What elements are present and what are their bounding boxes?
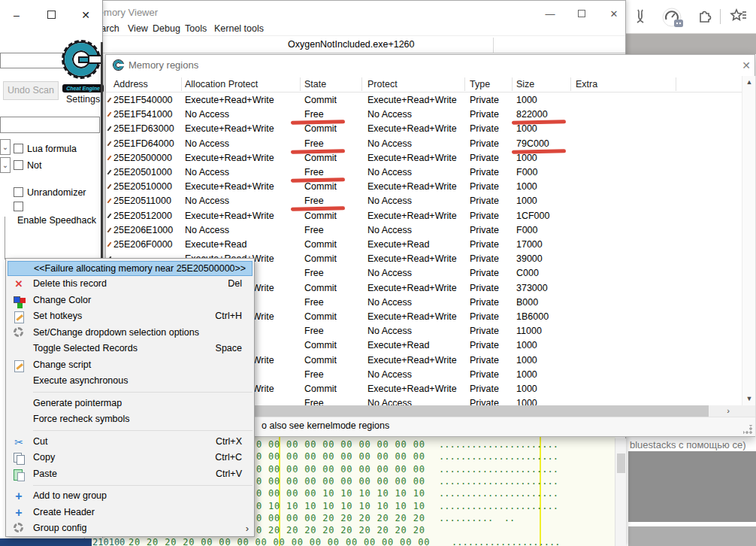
- menu-debug[interactable]: Debug: [153, 23, 180, 34]
- menu-item-generate-pointermap[interactable]: Generate pointermap: [6, 396, 254, 412]
- menu-tools[interactable]: Tools: [185, 23, 207, 34]
- menu-item-add-to-new-group[interactable]: +Add to new group: [6, 488, 254, 505]
- ribbon-icon[interactable]: [631, 8, 649, 26]
- menu-kernel-tools[interactable]: Kernel tools: [214, 23, 264, 34]
- menu-item-execute-asynchronous[interactable]: Execute asynchronous: [6, 373, 254, 390]
- checkbox-unrandomizer[interactable]: Unrandomizer: [14, 185, 86, 196]
- maximize-button[interactable]: [573, 7, 590, 22]
- cell-alloc: No Access: [185, 196, 229, 206]
- cell-state: Commit: [304, 311, 337, 322]
- table-row[interactable]: 25E1F540000Execute+Read+WriteCommitExecu…: [106, 94, 742, 108]
- table-row[interactable]: 25E20511000No AccessFreeNo AccessPrivate…: [106, 195, 742, 209]
- cell-type: Private: [470, 384, 499, 394]
- red-annotation-mark: [291, 149, 345, 154]
- menu-item-set-change-dropdown-selection-options[interactable]: Set/Change dropdown selection options: [6, 325, 254, 341]
- column-header-allocation-protect[interactable]: Allocation Protect: [185, 79, 258, 89]
- hex-row[interactable]: 21010020 20 20 20 00 00 00 00 00 00 00 0…: [86, 537, 615, 546]
- table-row[interactable]: 25E1F541000No AccessFreeNo AccessPrivate…: [106, 108, 742, 123]
- scroll-right-icon[interactable]: ›: [722, 405, 734, 417]
- kernelmode-checkbox-label[interactable]: o also see kernelmode regions: [262, 420, 389, 431]
- close-button[interactable]: ✕: [77, 8, 95, 23]
- table-row[interactable]: 25E1FD63000Execute+Read+WriteCommitExecu…: [106, 123, 742, 137]
- cell-address: 25E1F540000: [113, 95, 173, 105]
- column-header-protect[interactable]: Protect: [367, 79, 398, 89]
- table-row[interactable]: 25E206E1000No AccessFreeNo AccessPrivate…: [106, 224, 742, 238]
- table-row[interactable]: 25E1FD64000No AccessFreeNo AccessPrivate…: [106, 138, 742, 152]
- menu-item-force-recheck-symbols[interactable]: Force recheck symbols: [6, 411, 254, 428]
- menu-item-cut[interactable]: ✂CutCtrl+X: [6, 434, 254, 450]
- close-button[interactable]: ✕: [606, 7, 622, 22]
- minimize-button[interactable]: –: [8, 8, 26, 23]
- scrollbar-thumb[interactable]: [617, 453, 625, 473]
- scan-type-dropdown[interactable]: ⌄: [0, 139, 11, 155]
- checkbox-box[interactable]: [14, 187, 23, 197]
- menu-shortcut: Del: [228, 276, 242, 293]
- undo-scan-button[interactable]: Undo Scan: [3, 81, 59, 100]
- cell-alloc: Execute+Read+Write: [185, 123, 274, 134]
- menu-item-paste[interactable]: PasteCtrl+V: [6, 466, 254, 483]
- maximize-button[interactable]: [42, 8, 60, 23]
- browser-page-band: [626, 33, 756, 54]
- table-row[interactable]: 25E20510000Execute+Read+WriteCommitExecu…: [106, 180, 742, 195]
- scan-value-input[interactable]: [0, 53, 66, 68]
- browser-page-text: bluestacks с помощью се): [630, 439, 745, 450]
- address-bar[interactable]: OxygenNotIncluded.exe+1260: [85, 36, 625, 53]
- table-row[interactable]: 25E20512000Execute+Read+WriteCommitExecu…: [106, 210, 742, 224]
- collections-icon[interactable]: [730, 8, 748, 26]
- checkbox-lua-formula[interactable]: Lua formula: [14, 141, 77, 153]
- resize-grip[interactable]: [743, 425, 752, 434]
- scroll-up-icon[interactable]: ▲: [742, 76, 756, 89]
- palette-icon: [13, 295, 25, 307]
- menu-view[interactable]: View: [128, 23, 148, 34]
- settings-link[interactable]: Settings: [66, 94, 100, 105]
- cell-state: Free: [304, 268, 324, 278]
- checkbox-box[interactable]: [14, 144, 23, 153]
- cell-state: Free: [304, 138, 324, 149]
- cell-address: 25E206E1000: [113, 225, 173, 235]
- menu-item-delete-this-record[interactable]: ✕Delete this recordDel: [6, 276, 254, 293]
- scroll-down-icon[interactable]: ▼: [742, 393, 756, 405]
- menu-shortcut: Ctrl+V: [216, 466, 242, 483]
- value-type-dropdown[interactable]: ⌄: [0, 157, 11, 173]
- value-input[interactable]: [0, 117, 100, 133]
- table-row[interactable]: 25E20500000Execute+Read+WriteCommitExecu…: [106, 152, 742, 166]
- table-row[interactable]: 25E206F0000Execute+ReadCommitExecute+Rea…: [106, 238, 742, 253]
- row-edge-fragment: [107, 184, 112, 190]
- menu-item-change-color[interactable]: Change Color: [6, 293, 254, 309]
- menu-item-label: Paste: [33, 466, 57, 483]
- script-icon: [13, 359, 25, 372]
- menu-item-set-hotkeys[interactable]: Set hotkeysCtrl+H: [6, 308, 254, 325]
- column-header-address[interactable]: Address: [113, 79, 148, 89]
- cell-protect: Execute+Read+Write: [367, 211, 457, 221]
- cheat-engine-logo: Cheat Engine: [63, 39, 104, 95]
- menu-item-group-config[interactable]: Group config›: [6, 520, 254, 537]
- column-header-extra[interactable]: Extra: [576, 79, 597, 89]
- checkbox-not[interactable]: Not: [14, 158, 41, 169]
- hex-vertical-scrollbar[interactable]: [615, 438, 626, 546]
- puzzle-icon[interactable]: [697, 8, 715, 26]
- memory-regions-title: Memory regions: [129, 59, 198, 71]
- checkbox-box[interactable]: [14, 160, 23, 170]
- column-header-type[interactable]: Type: [470, 79, 490, 89]
- table-header[interactable]: AddressAllocation ProtectStateProtectTyp…: [106, 76, 742, 93]
- table-row[interactable]: 25E20501000No AccessFreeNo AccessPrivate…: [106, 166, 742, 180]
- column-header-state[interactable]: State: [304, 79, 326, 89]
- vertical-scrollbar[interactable]: ▲ ▼: [742, 76, 755, 405]
- checkbox-enable-speedhack[interactable]: Enable Speedhack: [14, 199, 102, 211]
- minimize-button[interactable]: —: [542, 7, 558, 22]
- cell-protect: No Access: [367, 297, 412, 308]
- memory-regions-titlebar[interactable]: Memory regions ✕: [106, 55, 754, 76]
- menu-separator: [33, 430, 253, 431]
- menu-item-toggle-selected-records[interactable]: Toggle Selected RecordsSpace: [6, 341, 254, 357]
- checkbox-label: Unrandomizer: [27, 187, 86, 198]
- menu-item-create-header[interactable]: +Create Header: [6, 505, 254, 521]
- gauge-icon[interactable]: [662, 8, 680, 26]
- menu-item-label: Create Header: [33, 505, 95, 521]
- close-icon[interactable]: ✕: [739, 58, 754, 73]
- menu-item-change-script[interactable]: Change script: [6, 357, 254, 374]
- checkbox-box[interactable]: [14, 202, 23, 211]
- column-header-size[interactable]: Size: [516, 79, 534, 89]
- memory-viewer-menubar: SearchViewDebugToolsKernel tools: [85, 22, 625, 36]
- menu-item-failure-allocating-memory-near-25e20500000[interactable]: <<Failure allocating memory near 25E2050…: [8, 261, 253, 276]
- menu-item-copy[interactable]: CopyCtrl+C: [6, 450, 254, 466]
